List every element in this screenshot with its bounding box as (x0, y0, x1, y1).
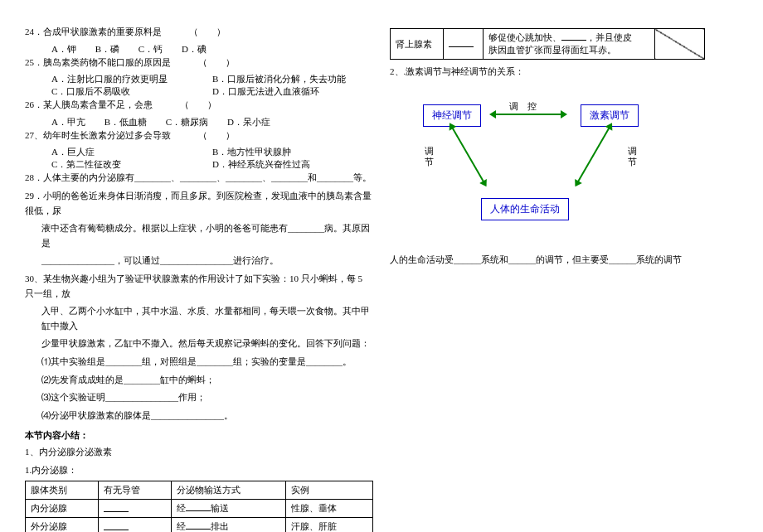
tr-r1c1: 肾上腺素 (391, 29, 444, 60)
q30-sub4: ⑷分泌甲状腺激素的腺体是________________。 (25, 409, 373, 423)
q30-sub2: ⑵先发育成成蛙的是________缸中的蝌蚪； (25, 373, 373, 388)
t1-r1c1: 内分泌腺 (26, 500, 99, 518)
label-left: 调 节 (425, 146, 434, 167)
t1-r2c2 (98, 518, 171, 532)
sec1-1: 1.内分泌腺： (25, 463, 373, 478)
table-adrenaline: 肾上腺素 够促使心跳加快、，并且使皮 肤因血管扩张而显得面红耳赤。 (390, 28, 705, 60)
t1-h1: 腺体类别 (26, 481, 99, 500)
q26-opt-c: C．糖尿病 (166, 116, 208, 128)
q24-opt-b: B．磷 (95, 43, 119, 56)
section-title: 本节内容小结： (25, 429, 373, 442)
q26-options: A．甲亢 B．低血糖 C．糖尿病 D．呆小症 (25, 116, 373, 128)
q25-opt-c: C．口服后不易吸收 (51, 85, 212, 98)
sec1: 1、内分泌腺分泌激素 (25, 445, 373, 460)
q24-paren: （ ） (189, 27, 226, 36)
q28: 28．人体主要的内分泌腺有________、________、________、… (25, 171, 373, 186)
t1-r1c4: 性腺、垂体 (286, 500, 373, 518)
q30-sub3: ⑶这个实验证明________________作用； (25, 390, 373, 405)
q26: 26．某人胰岛素含量不足，会患 （ ） (25, 98, 373, 113)
table-row: 肾上腺素 够促使心跳加快、，并且使皮 肤因血管扩张而显得面红耳赤。 (391, 29, 705, 60)
q25-opt-d: D．口服无法进入血液循环 (212, 85, 373, 98)
tr-r1c3: 够促使心跳加快、，并且使皮 肤因血管扩张而显得面红耳赤。 (483, 29, 654, 60)
q26-text: 26．某人胰岛素含量不足，会患 (25, 99, 153, 109)
q27-opts-row1: A．巨人症 B．地方性甲状腺肿 (25, 146, 373, 158)
label-right: 调 节 (628, 146, 637, 167)
left-column: 24．合成甲状腺激素的重要原料是 （ ） A．钾 B．磷 C．钙 D．碘 25．… (0, 0, 382, 532)
q25-opt-b: B．口服后被消化分解，失去功能 (212, 73, 373, 85)
q25-opts-row1: A．注射比口服的疗效更明显 B．口服后被消化分解，失去功能 (25, 73, 373, 85)
q24-options: A．钾 B．磷 C．钙 D．碘 (25, 43, 373, 56)
q24-opt-c: C．钙 (139, 43, 163, 56)
label-top: 调 控 (508, 100, 538, 113)
q27-opt-b: B．地方性甲状腺肿 (212, 146, 373, 158)
q30-line1: 30、某生物兴趣小组为了验证甲状腺激素的作用设计了如下实验：10 只小蝌蚪，每 … (25, 272, 373, 301)
section-2-title: 2、.激素调节与神经调节的关系： (390, 65, 738, 80)
q29-line1: 29．小明的爸爸近来身体日渐消瘦，而且多尿。到医院检查，发现血液中的胰岛素含量很… (25, 189, 373, 218)
q27-opt-d: D．神经系统兴奋性过高 (212, 158, 373, 171)
q24: 24．合成甲状腺激素的重要原料是 （ ） (25, 25, 373, 40)
q25-text: 25．胰岛素类药物不能口服的原因是 (25, 57, 171, 67)
t1-h2: 有无导管 (98, 481, 171, 500)
t1-r2c4: 汗腺、肝脏 (286, 518, 373, 532)
q29-line2: 液中还含有葡萄糖成分。根据以上症状，小明的爸爸可能患有________病。其原因… (25, 221, 373, 250)
q24-text: 24．合成甲状腺激素的重要原料是 (25, 27, 162, 36)
table-row: 腺体类别 有无导管 分泌物输送方式 实例 (26, 481, 373, 500)
diagram: 神经调节 激素调节 人体的生命活动 调 控 调 节 调 节 (415, 104, 647, 220)
tr-diag-cell (655, 29, 705, 60)
q26-paren: （ ） (180, 99, 216, 109)
q26-opt-b: B．低血糖 (104, 116, 147, 128)
q26-opt-a: A．甲亢 (51, 116, 85, 128)
q27-text: 27、幼年时生长激素分泌过多会导致 (25, 130, 171, 140)
table-gland: 腺体类别 有无导管 分泌物输送方式 实例 内分泌腺 经输送 性腺、垂体 外分泌腺… (25, 481, 373, 532)
t1-r1c3: 经输送 (171, 500, 286, 518)
q26-opt-d: D．呆小症 (227, 116, 270, 128)
q29-line3: ________________，可以通过________________进行治… (25, 254, 373, 268)
q24-opt-d: D．碘 (182, 43, 207, 56)
right-column: 肾上腺素 够促使心跳加快、，并且使皮 肤因血管扩张而显得面红耳赤。 2、.激素调… (382, 0, 763, 532)
q25-paren: （ ） (198, 57, 235, 67)
arrow-top (491, 114, 566, 115)
box-life-activity: 人体的生命活动 (481, 198, 569, 220)
q27-opt-a: A．巨人症 (51, 146, 212, 158)
t1-r1c2 (98, 500, 171, 518)
tr-r1c2 (443, 29, 483, 60)
q27-opt-c: C．第二性征改变 (51, 158, 212, 171)
q25-opt-a: A．注射比口服的疗效更明显 (51, 73, 212, 85)
q30-sub1: ⑴其中实验组是________组，对照组是________组；实验的变量是___… (25, 355, 373, 370)
q30-line2: 入甲、乙两个小水缸中，其中水温、水质、水量都相同，每天喂一次食物。其中甲缸中撒入 (25, 304, 373, 333)
q24-opt-a: A．钾 (51, 43, 76, 56)
table-row: 外分泌腺 经排出 汗腺、肝脏 (26, 518, 373, 532)
table-row: 内分泌腺 经输送 性腺、垂体 (26, 500, 373, 518)
q25-opts-row2: C．口服后不易吸收 D．口服无法进入血液循环 (25, 85, 373, 98)
q30-line3: 少量甲状腺激素，乙缸中不撒入。然后每天观察记录蝌蚪的变化。回答下列问题： (25, 336, 373, 351)
q25: 25．胰岛素类药物不能口服的原因是 （ ） (25, 56, 373, 70)
t1-h3: 分泌物输送方式 (171, 481, 286, 500)
t1-r2c1: 外分泌腺 (26, 518, 99, 532)
q27: 27、幼年时生长激素分泌过多会导致 （ ） (25, 128, 373, 143)
t1-r2c3: 经排出 (171, 518, 286, 532)
q27-opts-row2: C．第二性征改变 D．神经系统兴奋性过高 (25, 158, 373, 171)
arrow-left (450, 123, 486, 186)
arrow-right (576, 123, 612, 186)
q27-paren: （ ） (198, 130, 235, 140)
t1-h4: 实例 (286, 481, 373, 500)
summary: 人的生命活动受______系统和______的调节，但主要受______系统的调… (390, 254, 738, 266)
